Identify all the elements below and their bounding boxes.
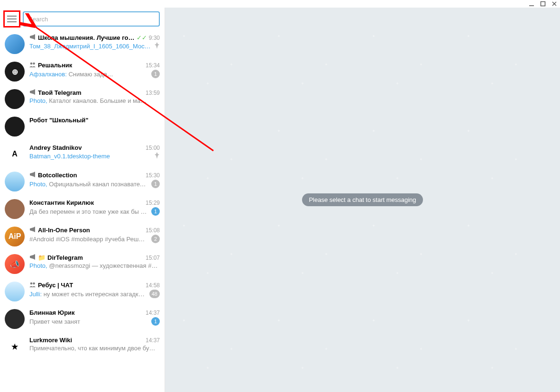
- chat-name: All-In-One Person: [38, 227, 90, 234]
- search-input[interactable]: [23, 11, 160, 27]
- chat-name: Lurkmore Wiki: [29, 337, 72, 344]
- avatar: 📣: [5, 254, 25, 274]
- chat-item[interactable]: Твой Telegram13:59Photo, Каталог каналов…: [0, 85, 165, 113]
- avatar: [5, 282, 25, 301]
- chat-name: Школа мышления. Лучшие го…: [38, 34, 134, 41]
- chat-preview: Да без перемен и это тоже уже как бы …: [29, 208, 148, 215]
- chat-name: Робот "Школьный": [29, 117, 88, 124]
- folder-icon: 📁: [38, 254, 46, 261]
- unread-badge: 1: [151, 317, 160, 326]
- unread-badge: 1: [151, 70, 160, 78]
- main-area: Please select a chat to start messaging: [165, 8, 560, 392]
- unread-badge: 1: [151, 207, 160, 216]
- avatar: [5, 89, 25, 109]
- megaphone-icon: [29, 34, 36, 41]
- chat-preview: Photo, @nerassmozgi — художественная #л…: [29, 262, 160, 269]
- chat-time: 14:37: [146, 310, 160, 316]
- chat-name: DirTelegram: [47, 254, 83, 261]
- megaphone-icon: [29, 172, 36, 179]
- megaphone-icon: [29, 227, 36, 234]
- pin-icon: [154, 42, 160, 50]
- chat-preview: Привет чем занят: [29, 318, 148, 325]
- svg-point-5: [33, 63, 35, 65]
- read-checks-icon: ✓✓: [137, 34, 147, 41]
- megaphone-icon: [29, 254, 36, 261]
- chat-item[interactable]: Робот "Школьный": [0, 113, 165, 140]
- chat-preview: #Android #iOS #mobileapp #учеба Реш…: [29, 236, 148, 243]
- minimize-icon[interactable]: [529, 1, 534, 7]
- avatar: [5, 117, 25, 137]
- chat-item[interactable]: ★Lurkmore Wiki14:37Примечательно, что ка…: [0, 333, 165, 360]
- unread-badge: 48: [149, 290, 160, 298]
- megaphone-icon: [29, 89, 36, 96]
- chat-name: Botcollection: [38, 172, 77, 179]
- chat-preview: Том_38_Лжедмитрий_I_1605_1606_Мос…: [29, 43, 151, 50]
- avatar: [5, 172, 25, 191]
- chat-item[interactable]: Ребус | ЧАТ14:58Julli: ну может есть инт…: [0, 278, 165, 305]
- svg-point-4: [30, 63, 33, 65]
- chat-name: Константин Кирилюк: [29, 199, 94, 206]
- avatar: ★: [5, 337, 25, 356]
- chat-list: Школа мышления. Лучшие го…✓✓9:30Том_38_Л…: [0, 30, 165, 392]
- chat-item[interactable]: ⊕Решальник15:34Афзалханов: Снимаю зада…1: [0, 58, 165, 85]
- chat-name: Решальник: [38, 62, 72, 69]
- chat-time: 14:37: [146, 337, 160, 344]
- avatar: A: [5, 144, 25, 164]
- chat-time: 15:29: [146, 200, 160, 206]
- chat-item[interactable]: 📣📁DirTelegram15:07Photo, @nerassmozgi — …: [0, 250, 165, 278]
- chat-time: 14:58: [146, 282, 160, 289]
- group-icon: [29, 282, 36, 289]
- chat-time: 15:00: [146, 145, 160, 151]
- unread-badge: 2: [151, 235, 160, 243]
- close-icon[interactable]: [551, 1, 557, 7]
- chat-name: Andrey Stadnikov: [29, 144, 82, 151]
- avatar: ⊕: [5, 62, 25, 82]
- unread-badge: 1: [151, 180, 160, 188]
- window-titlebar: [0, 0, 560, 8]
- maximize-icon[interactable]: [540, 1, 546, 7]
- chat-item[interactable]: Блинная Юрик14:37Привет чем занят1: [0, 305, 165, 333]
- chat-time: 15:08: [146, 227, 160, 234]
- chat-name: Твой Telegram: [38, 89, 82, 96]
- chat-item[interactable]: Школа мышления. Лучшие го…✓✓9:30Том_38_Л…: [0, 30, 165, 58]
- chat-preview: Julli: ну может есть интересная загадка…: [29, 291, 147, 298]
- chat-time: 9:30: [149, 35, 160, 41]
- chat-time: 15:30: [146, 172, 160, 179]
- svg-rect-1: [541, 2, 545, 6]
- chat-item[interactable]: AiPAll-In-One Person15:08#Android #iOS #…: [0, 223, 165, 250]
- chat-preview: Афзалханов: Снимаю зада…: [29, 71, 148, 78]
- chat-item[interactable]: Botcollection15:30Photo, Официальный кан…: [0, 168, 165, 195]
- avatar: [5, 309, 25, 329]
- chat-item[interactable]: AAndrey Stadnikov15:00Batman_v0.1.tdeskt…: [0, 140, 165, 168]
- sidebar: Школа мышления. Лучшие го…✓✓9:30Том_38_Л…: [0, 8, 165, 392]
- pin-icon: [154, 152, 160, 160]
- chat-name: Ребус | ЧАТ: [38, 282, 73, 289]
- chat-item[interactable]: Константин Кирилюк15:29Да без перемен и …: [0, 195, 165, 223]
- chat-name: Блинная Юрик: [29, 309, 75, 316]
- chat-preview: Batman_v0.1.tdesktop-theme: [29, 153, 151, 160]
- chat-time: 13:59: [146, 90, 160, 96]
- avatar: [5, 199, 25, 219]
- sidebar-header: [0, 8, 165, 30]
- chat-preview: Photo, Официальный канал познавател…: [29, 181, 148, 188]
- empty-chat-placeholder: Please select a chat to start messaging: [302, 193, 422, 206]
- group-icon: [29, 62, 36, 69]
- menu-button[interactable]: [5, 12, 19, 26]
- avatar: [5, 34, 25, 54]
- chat-time: 15:07: [146, 255, 160, 261]
- chat-preview: Примечательно, что как минимум двое бу…: [29, 345, 160, 352]
- svg-point-6: [30, 283, 33, 285]
- avatar: AiP: [5, 227, 25, 246]
- chat-time: 15:34: [146, 62, 160, 69]
- svg-point-7: [33, 283, 35, 285]
- chat-preview: Photo, Каталог каналов. Большие и ма…: [29, 97, 160, 104]
